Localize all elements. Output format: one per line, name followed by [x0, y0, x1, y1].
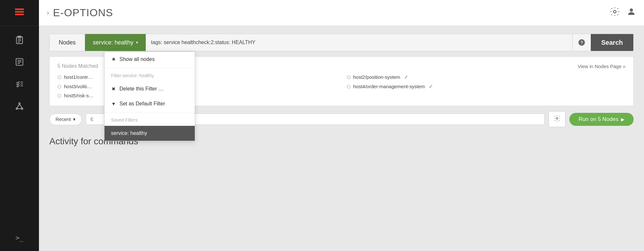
dropdown-set-default-filter[interactable]: ▼ Set as Default Filter: [105, 96, 195, 111]
svg-rect-1: [15, 11, 24, 13]
svg-point-25: [556, 117, 558, 119]
page-title: E-OPTIONS: [53, 7, 113, 19]
dropdown-delete-label: Delete this Filter …: [119, 86, 164, 92]
svg-line-18: [17, 104, 19, 108]
list-item: ⬡ host3/voliti…: [57, 82, 336, 90]
filter-dropdown-menu: ✳ Show all nodes Filter:service: healthy…: [104, 52, 195, 141]
sidebar-bottom: >_: [0, 230, 39, 251]
dropdown-arrow-icon: ▾: [136, 40, 138, 45]
node-name: host5/risk-s…: [64, 93, 94, 98]
nodes-button[interactable]: Nodes: [50, 34, 85, 51]
svg-point-24: [581, 44, 582, 44]
sidebar-item-network[interactable]: [6, 97, 32, 117]
help-button[interactable]: [572, 34, 591, 51]
list-item: ⬡ host1/contr…: [57, 73, 336, 81]
sidebar-item-tasks[interactable]: [6, 75, 32, 95]
node-diamond-icon: ⬡: [347, 75, 351, 80]
settings-icon[interactable]: [610, 6, 620, 19]
dropdown-saved-filters-label: Saved Filters: [105, 114, 195, 126]
content-area: Nodes service: healthy ▾ Search ✳ Show a…: [39, 26, 644, 251]
svg-point-23: [578, 39, 585, 46]
check-icon: ✓: [429, 83, 433, 90]
list-item: ⬡ host5/risk-s…: [57, 92, 336, 99]
filter-query-input[interactable]: [146, 34, 572, 51]
list-icon: [15, 57, 24, 68]
search-button[interactable]: Search: [591, 34, 633, 51]
tasks-icon: [15, 79, 24, 90]
recent-label: Recent: [56, 116, 71, 122]
node-name: host1/contr…: [64, 74, 93, 80]
sidebar-logo: [0, 0, 39, 26]
dropdown-show-all-label: Show all nodes: [119, 56, 155, 62]
main-content: › E-OPTIONS Nodes service: healthy: [39, 0, 644, 251]
run-on-nodes-button[interactable]: Run on 5 Nodes ▶: [569, 113, 634, 126]
delete-icon: ✖: [111, 86, 116, 91]
dropdown-divider-2: [105, 113, 195, 113]
sidebar-item-terminal[interactable]: >_: [6, 230, 32, 246]
header-actions: [610, 6, 636, 19]
node-diamond-icon: ⬡: [347, 84, 351, 89]
sidebar-navigation: [0, 26, 39, 117]
recent-arrow-icon: ▾: [73, 116, 76, 122]
svg-rect-0: [15, 8, 24, 10]
list-item: ⬡ host2/position-system ✓: [347, 73, 625, 81]
expand-sidebar-button[interactable]: ›: [47, 9, 49, 17]
dropdown-service-healthy[interactable]: service: healthy: [105, 126, 195, 141]
user-avatar[interactable]: [626, 7, 636, 19]
svg-point-22: [630, 8, 633, 12]
sidebar-item-list[interactable]: [6, 53, 32, 73]
dropdown-set-default-label: Set as Default Filter: [119, 101, 165, 107]
gear-icon: [553, 117, 561, 123]
dropdown-show-all-nodes[interactable]: ✳ Show all nodes: [105, 52, 195, 67]
clipboard-icon: [15, 35, 24, 46]
svg-rect-2: [15, 14, 24, 15]
terminal-icon: >_: [16, 234, 23, 242]
node-diamond-icon: ⬡: [57, 84, 61, 89]
filter-bar: Nodes service: healthy ▾ Search ✳ Show a…: [49, 34, 634, 51]
filter-dropdown-button[interactable]: service: healthy ▾: [85, 34, 146, 51]
dropdown-filter-label: Filter:service: healthy: [105, 70, 195, 81]
network-icon: [15, 102, 24, 113]
node-diamond-icon: ⬡: [57, 93, 61, 98]
logo-icon: [14, 6, 25, 20]
node-diamond-icon: ⬡: [57, 75, 61, 80]
run-label: Run on 5 Nodes: [578, 116, 618, 123]
svg-point-15: [19, 103, 20, 104]
list-item: ⬡ host4/order-management-system ✓: [347, 82, 625, 90]
node-name: host4/order-management-system: [353, 84, 425, 89]
recent-dropdown-button[interactable]: Recent ▾: [49, 114, 82, 125]
svg-point-21: [613, 10, 616, 13]
sidebar: >_: [0, 0, 39, 251]
filter-icon: ▼: [111, 101, 116, 106]
play-icon: ▶: [621, 117, 625, 122]
svg-line-19: [19, 104, 22, 108]
check-icon: ✓: [404, 74, 408, 80]
header: › E-OPTIONS: [39, 0, 644, 26]
run-settings-button[interactable]: [549, 111, 565, 127]
dropdown-delete-filter[interactable]: ✖ Delete this Filter …: [105, 81, 195, 96]
view-in-nodes-link[interactable]: View in Nodes Page »: [578, 64, 625, 69]
dropdown-divider-1: [105, 68, 195, 68]
node-name: host3/voliti…: [64, 84, 92, 89]
nodes-match-count: 5 Nodes Matched: [57, 63, 98, 69]
asterisk-icon: ✳: [111, 57, 116, 62]
filter-label: service: healthy: [93, 39, 133, 46]
node-name: host2/position-system: [353, 74, 400, 80]
sidebar-item-clipboard[interactable]: [6, 31, 32, 51]
